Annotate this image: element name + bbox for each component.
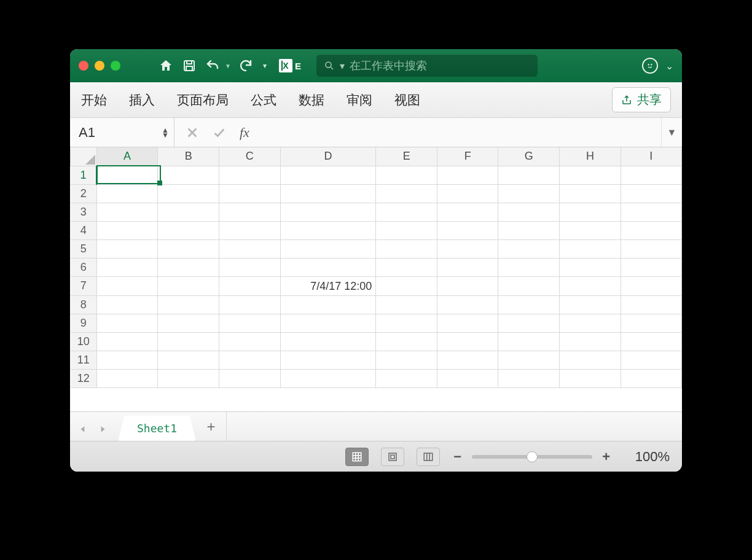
search-box[interactable]: ▾ [316,55,538,77]
cell[interactable] [437,369,498,387]
feedback-icon[interactable] [642,58,658,74]
cell[interactable] [376,221,437,239]
cell[interactable] [376,314,437,332]
cell[interactable] [621,295,681,314]
column-header[interactable]: H [560,147,621,166]
cell[interactable] [280,258,376,276]
cell[interactable] [376,166,437,184]
row-header[interactable]: 7 [71,276,97,295]
share-button[interactable]: 共享 [612,87,671,112]
row-header[interactable]: 10 [71,332,97,351]
cell[interactable] [219,258,280,276]
column-header[interactable]: G [498,147,560,166]
cell[interactable] [376,276,437,295]
cell[interactable] [437,314,498,332]
zoom-out-button[interactable]: − [452,449,463,465]
cell[interactable] [560,203,621,221]
undo-dropdown-icon[interactable]: ▼ [225,63,231,69]
cell[interactable] [621,314,681,332]
zoom-slider-knob[interactable] [527,451,538,462]
cell[interactable] [560,239,621,258]
cell[interactable] [280,351,376,369]
cell[interactable] [498,221,560,239]
cell[interactable] [96,166,158,184]
cell[interactable] [437,184,498,203]
cell[interactable] [219,276,280,295]
cell[interactable] [437,239,498,258]
cell[interactable] [96,258,158,276]
column-header[interactable]: B [158,147,219,166]
formula-input[interactable] [260,125,661,139]
cell[interactable] [96,295,158,314]
cell[interactable] [219,369,280,387]
cell[interactable] [96,221,158,239]
close-window-button[interactable] [79,61,88,71]
cell[interactable] [437,166,498,184]
view-normal-button[interactable] [345,448,369,466]
cell[interactable] [219,184,280,203]
name-box-stepper[interactable]: ▲▼ [162,128,169,138]
cell[interactable] [158,239,219,258]
cell[interactable] [498,276,560,295]
cell[interactable] [437,295,498,314]
zoom-percent[interactable]: 100% [635,449,670,465]
cell[interactable] [280,203,376,221]
cell[interactable] [498,184,560,203]
cell[interactable] [280,332,376,351]
cell[interactable] [621,332,681,351]
row-header[interactable]: 5 [71,239,97,258]
cell[interactable] [280,314,376,332]
column-header[interactable]: C [219,147,280,166]
column-header[interactable]: I [621,147,681,166]
row-header[interactable]: 3 [71,203,97,221]
search-input[interactable] [350,60,530,72]
cell[interactable] [96,351,158,369]
undo-icon[interactable] [204,57,221,74]
cell[interactable] [219,239,280,258]
cell[interactable] [376,351,437,369]
row-header[interactable]: 8 [71,295,97,314]
cell[interactable] [376,295,437,314]
cell[interactable] [498,314,560,332]
cell[interactable] [158,221,219,239]
cell[interactable] [376,258,437,276]
cell[interactable] [280,221,376,239]
cell[interactable] [376,332,437,351]
cell[interactable] [560,351,621,369]
cell[interactable] [498,166,560,184]
column-header[interactable]: A [96,147,158,166]
add-sheet-button[interactable]: + [196,412,227,441]
name-box[interactable]: A1 ▲▼ [70,118,174,147]
cell[interactable] [437,276,498,295]
repeat-icon[interactable] [237,57,254,74]
cell[interactable] [158,314,219,332]
save-icon[interactable] [181,57,198,74]
cell[interactable] [158,332,219,351]
tab-view[interactable]: 视图 [394,91,420,109]
cell[interactable] [376,239,437,258]
cell[interactable] [560,295,621,314]
next-sheet-icon[interactable] [98,424,107,435]
cell[interactable] [158,258,219,276]
cell[interactable] [437,258,498,276]
cell[interactable] [158,369,219,387]
column-header[interactable]: E [376,147,437,166]
sheet-tab-active[interactable]: Sheet1 [118,416,196,441]
cell[interactable] [621,276,681,295]
cell[interactable] [280,239,376,258]
cell[interactable] [219,295,280,314]
tab-review[interactable]: 审阅 [347,91,372,109]
cell[interactable] [219,314,280,332]
cell[interactable] [280,184,376,203]
cell[interactable] [158,184,219,203]
row-header[interactable]: 11 [71,351,97,369]
zoom-slider[interactable] [472,455,592,459]
column-header[interactable]: F [437,147,498,166]
cell[interactable] [158,276,219,295]
zoom-in-button[interactable]: + [601,449,612,465]
cell[interactable] [621,184,681,203]
search-dropdown-icon[interactable]: ▾ [340,60,345,72]
cell[interactable] [96,332,158,351]
tab-formulas[interactable]: 公式 [251,91,276,109]
fx-label[interactable]: fx [240,125,249,141]
